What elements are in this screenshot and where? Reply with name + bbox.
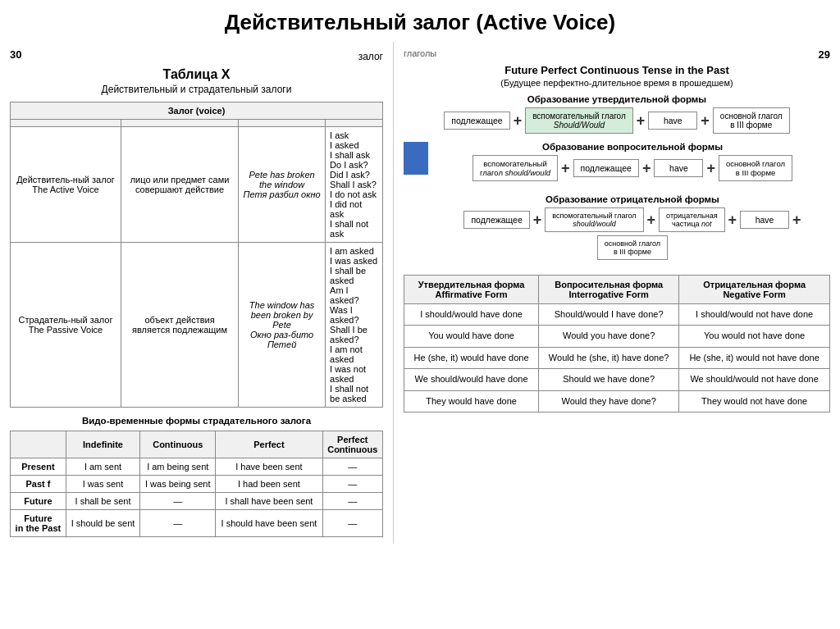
- affirm-form-title: Образование утвердительной формы: [404, 94, 830, 104]
- question-section: Образование вопросительной формы вспомог…: [404, 142, 830, 268]
- neg-formula-row: подлежащее + вспомогательный глаголshoul…: [435, 207, 830, 260]
- quest-have: have: [654, 159, 703, 177]
- passive-cell: I was sent: [66, 476, 139, 493]
- neg-have: have: [740, 211, 789, 229]
- passive-cell: I have been sent: [216, 458, 322, 476]
- passive-cell: I shall have been sent: [216, 493, 322, 510]
- affirm-verb: основной глаголв III форме: [713, 107, 790, 134]
- table-subtitle: Действительный и страдательный залоги: [10, 84, 383, 95]
- plus2: +: [637, 112, 646, 130]
- forms-table-cell: Would you have done?: [539, 326, 679, 347]
- passive-cell: I am being sent: [140, 458, 216, 476]
- section-heading: Future Perfect Continuous Tense in the P…: [404, 64, 830, 76]
- neg-verb: основной глаголв III форме: [597, 235, 668, 260]
- glagoly-label: глаголы: [404, 48, 436, 58]
- passive-cell: I should have been sent: [216, 510, 322, 537]
- forms-table-cell: We should/would have done: [404, 369, 539, 390]
- neg-subject: подлежащее: [463, 211, 529, 229]
- forms-table-cell: They would not have done: [679, 390, 830, 412]
- passive-cell: —: [322, 493, 382, 510]
- forms-table-cell: I should/would not have done: [679, 304, 830, 326]
- quest-modal: вспомогательныйглагол should/would: [472, 155, 558, 181]
- plus4: +: [561, 160, 570, 177]
- plus10: +: [792, 212, 801, 229]
- quest-verb: основной глаголв III форме: [719, 155, 792, 181]
- passive-col-header: PerfectContinuous: [322, 431, 382, 458]
- passive-cell: Future: [11, 493, 66, 510]
- passive-cell: I had been sent: [216, 476, 322, 493]
- passive-cell: —: [140, 493, 216, 510]
- forms-col-header: Отрицательная формаNegative Form: [679, 276, 830, 304]
- plus5: +: [642, 160, 651, 177]
- passive-cell: I am sent: [66, 458, 139, 476]
- forms-table-cell: Would he (she, it) have done?: [539, 347, 679, 368]
- forms-table-cell: Should/would I have done?: [539, 304, 679, 326]
- passive-col-header: Perfect: [216, 431, 322, 458]
- voice-header: Залог (voice): [11, 103, 383, 120]
- neg-modal: вспомогательный глаголshould/would: [545, 207, 643, 232]
- forms-cell: I askI askedI shall askDo I ask?Did I as…: [326, 127, 383, 243]
- quest-form-title: Образование вопросительной формы: [435, 142, 830, 152]
- subject-cell: объект действия является подлежащим: [121, 243, 238, 408]
- passive-col-header: [11, 431, 66, 458]
- plus9: +: [728, 212, 737, 229]
- forms-table-cell: We should/would not have done: [679, 369, 830, 390]
- passive-cell: Futurein the Past: [11, 510, 66, 537]
- right-page-num: 29: [819, 48, 830, 61]
- quest-formula-row: вспомогательныйглагол should/would + под…: [435, 155, 830, 181]
- plus1: +: [514, 112, 523, 130]
- quest-subject: подлежащее: [573, 159, 639, 177]
- forms-cell: I am askedI was askedI shall be askedAm …: [326, 243, 383, 408]
- col-forms: [326, 120, 383, 127]
- affirm-formula-row: подлежащее + вспомогательный глаголShoul…: [404, 107, 830, 134]
- passive-cell: —: [140, 510, 216, 537]
- passive-cell: Present: [11, 458, 66, 476]
- forms-table-cell: Would they have done?: [539, 390, 679, 412]
- passive-cell: I shall be sent: [66, 493, 139, 510]
- forms-col-header: Утвердительная формаAffirmative Form: [404, 276, 539, 304]
- forms-table-cell: You would have done: [404, 326, 539, 347]
- right-panel: глаголы 29 Future Perfect Continuous Ten…: [394, 42, 840, 544]
- page-title: Действительный залог (Active Voice): [0, 0, 840, 42]
- passive-cell: —: [322, 458, 382, 476]
- neg-particle: отрицательнаячастица not: [659, 207, 724, 232]
- affirm-subject: подлежащее: [444, 112, 509, 130]
- passive-cell: —: [322, 510, 382, 537]
- example-cell: Pete has broken the windowПетя разбил ок…: [239, 127, 326, 243]
- left-page-num: 30: [10, 48, 21, 61]
- zalogy-label: залог: [358, 51, 383, 62]
- voice-table: Залог (voice) Действитель-ный залог The …: [10, 102, 383, 408]
- plus3: +: [701, 112, 710, 130]
- affirmative-formula-block: Образование утвердительной формы подлежа…: [404, 94, 830, 134]
- passive-table: IndefiniteContinuousPerfectPerfectContin…: [10, 431, 383, 537]
- plus7: +: [533, 212, 542, 229]
- passive-cell: —: [322, 476, 382, 493]
- forms-table-cell: He (she, it) would have done: [404, 347, 539, 368]
- question-neg-formulas: Образование вопросительной формы вспомог…: [435, 142, 830, 268]
- passive-cell: Past f: [11, 476, 66, 493]
- voice-cell: Действитель-ный залог The Active Voice: [11, 127, 121, 243]
- col-example: [239, 120, 326, 127]
- forms-table-cell: I should/would have done: [404, 304, 539, 326]
- forms-table-cell: They would have done: [404, 390, 539, 412]
- forms-table: Утвердительная формаAffirmative FormВопр…: [404, 275, 830, 412]
- section-subheading: (Будущее перфектно-длительное время в пр…: [404, 78, 830, 88]
- neg-form-title: Образование отрицательной формы: [435, 194, 830, 204]
- voice-cell: Страдатель-ный залог The Passive Voice: [11, 243, 121, 408]
- passive-cell: I was being sent: [140, 476, 216, 493]
- forms-col-header: Вопросительная формаInterrogative Form: [539, 276, 679, 304]
- forms-table-cell: He (she, it) would not have done: [679, 347, 830, 368]
- plus6: +: [706, 160, 715, 177]
- example-cell: The window has been broken by PeteОкно р…: [239, 243, 326, 408]
- passive-col-header: Continuous: [140, 431, 216, 458]
- subject-cell: лицо или предмет сами совершают действие: [121, 127, 238, 243]
- col-subject: [121, 120, 238, 127]
- plus8: +: [647, 212, 656, 229]
- question-formula-block: Образование вопросительной формы вспомог…: [435, 142, 830, 181]
- affirm-modal: вспомогательный глаголShould/Would: [525, 107, 633, 134]
- passive-section-title: Видо-временные формы страдательного зало…: [10, 416, 383, 426]
- forms-table-cell: Should we have done?: [539, 369, 679, 390]
- negative-formula-block: Образование отрицательной формы подлежащ…: [435, 194, 830, 260]
- affirm-have: have: [648, 112, 697, 130]
- blue-rectangle: [404, 142, 428, 175]
